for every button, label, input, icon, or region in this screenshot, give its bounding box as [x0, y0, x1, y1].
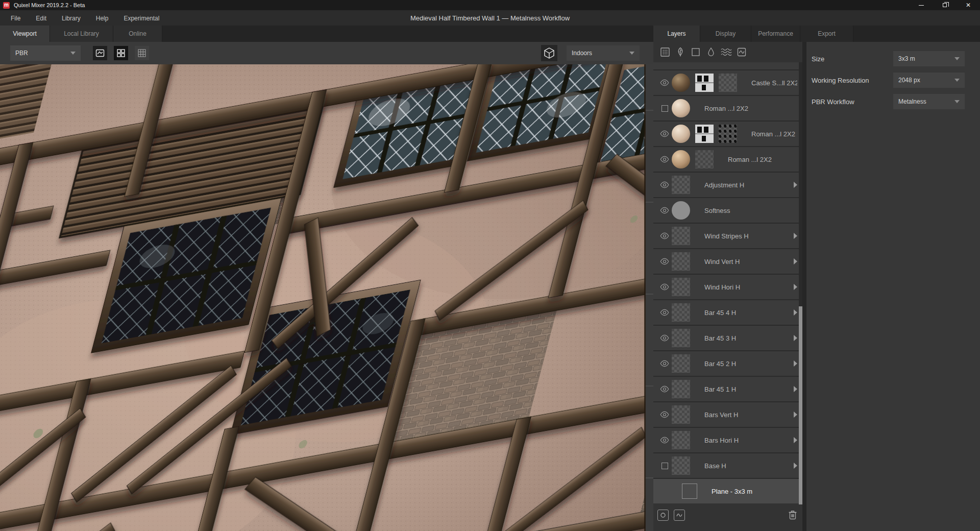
layer-row-wind-vert-h[interactable]: Wind Vert H	[653, 249, 802, 274]
layer-row-partial[interactable]	[653, 62, 802, 69]
layer-row-base-h[interactable]: Base H	[653, 453, 802, 478]
droplet-icon[interactable]	[703, 45, 719, 59]
layer-row-roman-l-2x2[interactable]: Roman ...l 2X2	[653, 96, 802, 120]
size-dropdown[interactable]: 3x3 m	[893, 51, 965, 66]
curve-layer-button[interactable]	[674, 510, 685, 521]
visibility-eye-icon[interactable]	[657, 156, 672, 163]
sphere-cream-thumbnail[interactable]	[672, 99, 690, 117]
checker-thumbnail[interactable]	[672, 176, 690, 194]
checker-thumbnail[interactable]	[672, 278, 690, 296]
visibility-checkbox[interactable]	[657, 105, 672, 112]
layer-row-wind-stripes-h[interactable]: Wind Stripes H	[653, 224, 802, 248]
layer-row-adjustment-h[interactable]: Adjustment H	[653, 173, 802, 197]
visibility-eye-icon[interactable]	[657, 283, 672, 291]
mask-thumbnail[interactable]	[695, 74, 714, 92]
visibility-eye-icon[interactable]	[657, 207, 672, 214]
square-icon[interactable]	[688, 45, 703, 59]
expand-arrow-icon[interactable]	[794, 360, 797, 367]
tab-online[interactable]: Online	[113, 26, 162, 42]
sphere-tan-thumbnail[interactable]	[672, 150, 690, 168]
tab-export[interactable]: Export	[800, 26, 853, 42]
grid-dots-icon[interactable]	[657, 45, 673, 59]
layer-row-bar-45-3-h[interactable]: Bar 45 3 H	[653, 326, 802, 350]
delete-layer-button[interactable]	[788, 510, 797, 520]
menu-library[interactable]: Library	[54, 15, 88, 22]
checker-thumbnail[interactable]	[672, 303, 690, 322]
expand-arrow-icon[interactable]	[794, 463, 797, 469]
visibility-eye-icon[interactable]	[657, 385, 672, 393]
menu-help[interactable]: Help	[88, 15, 116, 22]
material-preview-button[interactable]	[93, 46, 107, 60]
visibility-eye-icon[interactable]	[657, 334, 672, 342]
visibility-eye-icon[interactable]	[657, 437, 672, 444]
tab-layers[interactable]: Layers	[653, 26, 700, 42]
mask-thumbnail[interactable]	[695, 125, 714, 143]
sphere-dark-thumbnail[interactable]	[672, 74, 690, 92]
expand-arrow-icon[interactable]	[794, 284, 797, 290]
viewport-3d[interactable]	[0, 64, 653, 531]
plane-thumbnail[interactable]	[682, 484, 697, 499]
menu-file[interactable]: File	[3, 15, 28, 22]
layer-row-roman-l-2x2[interactable]: Roman ...l 2X2	[653, 147, 802, 172]
close-button[interactable]: ✕	[957, 0, 980, 10]
checker-thumbnail[interactable]	[719, 74, 737, 92]
visibility-eye-icon[interactable]	[657, 181, 672, 188]
checker-thumbnail[interactable]	[672, 329, 690, 347]
tab-display[interactable]: Display	[700, 26, 751, 42]
layer-row-bar-45-4-h[interactable]: Bar 45 4 H	[653, 300, 802, 325]
layer-row-bar-45-1-h[interactable]: Bar 45 1 H	[653, 377, 802, 401]
checker-thumbnail[interactable]	[672, 431, 690, 449]
visibility-eye-icon[interactable]	[657, 411, 672, 418]
tab-performance[interactable]: Performance	[751, 26, 800, 42]
expand-arrow-icon[interactable]	[794, 386, 797, 392]
layer-row-bar-45-2-h[interactable]: Bar 45 2 H	[653, 351, 802, 376]
expand-arrow-icon[interactable]	[794, 182, 797, 188]
visibility-eye-icon[interactable]	[657, 309, 672, 316]
layer-row-plane-3x3-m[interactable]: Plane - 3x3 m	[653, 479, 802, 503]
expand-arrow-icon[interactable]	[794, 437, 797, 443]
checker-thumbnail[interactable]	[672, 252, 690, 271]
checker-thumbnail[interactable]	[672, 227, 690, 245]
layer-row-bars-hori-h[interactable]: Bars Hori H	[653, 428, 802, 452]
environment-dropdown[interactable]: Indoors	[567, 45, 640, 61]
checker-thumbnail[interactable]	[672, 456, 690, 475]
circle-gray-thumbnail[interactable]	[672, 201, 690, 220]
restore-button[interactable]	[933, 0, 957, 10]
layers-scrollbar[interactable]	[799, 62, 802, 503]
layer-row-roman-l-2x2[interactable]: Roman ...l 2X2	[653, 122, 802, 146]
visibility-checkbox[interactable]	[657, 463, 672, 469]
visibility-eye-icon[interactable]	[657, 360, 672, 367]
environment-cube-button[interactable]	[541, 45, 557, 61]
tab-local-library[interactable]: Local Library	[50, 26, 113, 42]
expand-arrow-icon[interactable]	[794, 233, 797, 239]
leaf-icon[interactable]	[673, 45, 688, 59]
checker-thumbnail[interactable]	[672, 354, 690, 373]
curve-icon[interactable]	[734, 45, 749, 59]
working-resolution-dropdown[interactable]: 2048 px	[893, 73, 965, 88]
grid-2x2-button[interactable]	[114, 46, 128, 60]
checker-dark-thumbnail[interactable]	[719, 125, 737, 143]
tab-viewport[interactable]: Viewport	[0, 26, 50, 42]
expand-arrow-icon[interactable]	[794, 412, 797, 418]
menu-edit[interactable]: Edit	[28, 15, 54, 22]
layer-row-softness[interactable]: Softness	[653, 198, 802, 223]
visibility-eye-icon[interactable]	[657, 232, 672, 239]
pbr-workflow-dropdown[interactable]: Metalness	[893, 94, 965, 109]
grid-3x3-button[interactable]	[135, 46, 149, 60]
expand-arrow-icon[interactable]	[794, 258, 797, 264]
circle-layer-button[interactable]	[657, 510, 669, 521]
visibility-eye-icon[interactable]	[657, 258, 672, 265]
minimize-button[interactable]	[910, 0, 933, 10]
expand-arrow-icon[interactable]	[794, 335, 797, 341]
expand-arrow-icon[interactable]	[794, 309, 797, 316]
checker-thumbnail[interactable]	[672, 405, 690, 424]
layer-row-bars-vert-h[interactable]: Bars Vert H	[653, 402, 802, 427]
visibility-eye-icon[interactable]	[657, 79, 672, 86]
waves-icon[interactable]	[719, 45, 734, 59]
menu-experimental[interactable]: Experimental	[116, 15, 167, 22]
shading-mode-dropdown[interactable]: PBR	[10, 45, 81, 61]
checker-thumbnail[interactable]	[672, 380, 690, 398]
checker-faint-thumbnail[interactable]	[695, 150, 714, 168]
visibility-eye-icon[interactable]	[657, 130, 672, 137]
layer-row-wind-hori-h[interactable]: Wind Hori H	[653, 275, 802, 299]
